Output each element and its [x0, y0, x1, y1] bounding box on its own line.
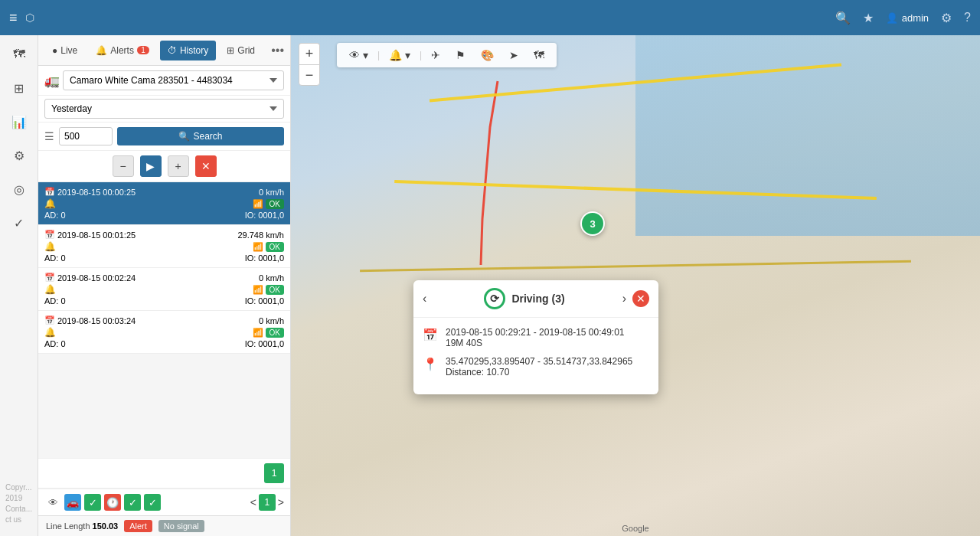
filter-eye-icon[interactable]: 👁: [44, 494, 61, 511]
toolbar-bell-button[interactable]: 🔔 ▾: [383, 46, 416, 64]
popup-time-range: 2019-08-15 00:29:21 - 2019-08-15 00:49:0…: [446, 327, 649, 338]
help-icon[interactable]: ?: [964, 11, 971, 25]
no-signal-badge: No signal: [158, 520, 204, 532]
zoom-in-button[interactable]: +: [299, 43, 320, 64]
tab-alerts[interactable]: 🔔 Alerts 1: [88, 41, 157, 60]
tab-history[interactable]: ⏱ History: [160, 41, 216, 60]
history-icon: ⏱: [168, 45, 177, 56]
signal-icon: 📶: [253, 242, 263, 252]
pagination-row: 1: [38, 458, 290, 489]
calendar-icon: 📅: [44, 187, 55, 197]
popup-title-text: Driving (3): [511, 293, 564, 305]
rewind-button[interactable]: −: [113, 155, 134, 177]
vehicle-select[interactable]: Camaro White Cama 283501 - 4483034: [63, 70, 284, 90]
filter-nav: < 1 >: [250, 494, 284, 511]
user-icon: 👤: [886, 12, 898, 24]
popup-nav: › ✕: [622, 290, 649, 307]
item-speed: 0 km/h: [259, 316, 284, 325]
list-item[interactable]: 📅 2019-08-15 00:01:25 29.748 km/h 🔔 📶 OK…: [38, 225, 290, 268]
popup-prev-button[interactable]: ‹: [423, 292, 426, 306]
sidebar-icon-target[interactable]: ◎: [6, 176, 32, 202]
toolbar-palette-button[interactable]: 🎨: [475, 46, 500, 64]
popup-header: ‹ ⟳ Driving (3) › ✕: [413, 280, 658, 318]
filter-car-icon[interactable]: 🚗: [64, 494, 81, 511]
item-speed: 0 km/h: [259, 188, 284, 197]
play-button[interactable]: ▶: [140, 155, 162, 177]
filter-page-number: 1: [259, 494, 276, 511]
list-icon[interactable]: ☰: [44, 130, 54, 142]
item-signal: 📶 OK: [253, 328, 284, 338]
item-io: IO: 0001,0: [245, 211, 284, 220]
settings-icon[interactable]: ⚙: [941, 11, 952, 25]
list-item[interactable]: 📅 2019-08-15 00:03:24 0 km/h 🔔 📶 OK AD: …: [38, 311, 290, 354]
sidebar-icon-map[interactable]: 🗺: [6, 41, 32, 67]
toolbar-eye-button[interactable]: 👁 ▾: [343, 46, 374, 64]
search-limit-input[interactable]: [59, 127, 113, 145]
search-icon: 🔍: [178, 131, 190, 142]
toolbar-arrow-button[interactable]: ➤: [503, 46, 524, 64]
popup-close-button[interactable]: ✕: [632, 290, 649, 307]
zoom-controls: + −: [299, 43, 320, 86]
tab-grid-label: Grid: [237, 45, 255, 56]
item-date: 📅 2019-08-15 00:01:25: [44, 230, 136, 240]
bell-icon: 🔔: [44, 198, 56, 209]
live-icon: ●: [52, 45, 57, 56]
grid-icon: ⊞: [227, 45, 234, 56]
item-ad: AD: 0: [44, 339, 66, 348]
toolbar-send-button[interactable]: ✈: [425, 46, 446, 64]
filter-row: 👁 🚗 ✓ 🕐 ✓ ✓ < 1 >: [38, 489, 290, 515]
copyright-text: Copyr... 2019 Conta... ct us: [0, 478, 38, 530]
list-item[interactable]: 📅 2019-08-15 00:02:24 0 km/h 🔔 📶 OK AD: …: [38, 268, 290, 311]
sep1: |: [377, 50, 380, 60]
item-date: 📅 2019-08-15 00:03:24: [44, 315, 136, 325]
sep2: |: [420, 50, 422, 60]
filter-check2-icon[interactable]: ✓: [124, 494, 141, 511]
sidebar-icon-settings[interactable]: ⚙: [6, 142, 32, 168]
item-date: 📅 2019-08-15 00:00:25: [44, 187, 136, 197]
popup-location-content: 35.470295,33.895407 - 35.514737,33.84296…: [446, 356, 649, 377]
item-signal: 📶 OK: [253, 285, 284, 295]
toolbar-flag-button[interactable]: ⚑: [449, 46, 472, 64]
tab-live[interactable]: ● Live: [44, 41, 85, 60]
popup-next-button[interactable]: ›: [622, 292, 626, 306]
filter-next-button[interactable]: >: [278, 496, 284, 508]
google-label: Google: [622, 524, 648, 533]
list-item[interactable]: 📅 2019-08-15 00:00:25 0 km/h 🔔 📶 OK AD: …: [38, 182, 290, 225]
forward-button[interactable]: +: [168, 155, 189, 177]
sidebar-icon-chart[interactable]: 📊: [6, 109, 32, 135]
stop-button[interactable]: ✕: [195, 155, 217, 177]
status-bar: Line Length 150.03 Alert No signal: [38, 515, 290, 536]
filter-prev-button[interactable]: <: [250, 496, 256, 508]
page-1-button[interactable]: 1: [264, 463, 284, 483]
popup-title: ⟳ Driving (3): [484, 288, 564, 309]
user-label: admin: [902, 12, 929, 24]
item-signal: 📶 OK: [253, 242, 284, 252]
date-selector: Yesterday Today Last 7 Days Custom: [38, 96, 290, 123]
subtabs: ● Live 🔔 Alerts 1 ⏱ History ⊞ Grid •••: [38, 35, 290, 66]
tab-grid[interactable]: ⊞ Grid: [219, 41, 263, 60]
filter-check3-icon[interactable]: ✓: [144, 494, 161, 511]
sidebar-icon-check[interactable]: ✓: [6, 210, 32, 236]
search-icon[interactable]: 🔍: [835, 11, 851, 25]
user-menu[interactable]: 👤 admin: [886, 12, 929, 24]
tab-live-label: Live: [60, 45, 77, 56]
filter-clock-icon[interactable]: 🕐: [104, 494, 121, 511]
menu-icon[interactable]: ≡: [9, 10, 18, 26]
filter-check1-icon[interactable]: ✓: [84, 494, 101, 511]
sidebar-icon-grid[interactable]: ⊞: [6, 75, 32, 101]
popup-coordinates: 35.470295,33.895407 - 35.514737,33.84296…: [446, 356, 649, 367]
zoom-out-button[interactable]: −: [299, 64, 320, 86]
calendar-icon: 📅: [44, 273, 55, 283]
truck-icon: 🚛: [44, 74, 60, 88]
popup-location-row: 📍 35.470295,33.895407 - 35.514737,33.842…: [423, 356, 649, 377]
map-area[interactable]: + − 👁 ▾ | 🔔 ▾ | ✈ ⚑ 🎨 ➤ 🗺 3 ‹ ⟳ Drivin: [291, 35, 980, 536]
more-icon[interactable]: •••: [271, 44, 284, 57]
search-button[interactable]: 🔍 Search: [117, 127, 284, 145]
signal-icon: 📶: [253, 285, 263, 295]
star-icon[interactable]: ★: [863, 11, 874, 25]
date-select[interactable]: Yesterday Today Last 7 Days Custom: [44, 99, 284, 119]
toolbar-map-button[interactable]: 🗺: [528, 46, 550, 64]
popup-distance: Distance: 10.70: [446, 367, 649, 377]
map-popup: ‹ ⟳ Driving (3) › ✕ 📅 2019-08-15 00:29:2…: [413, 280, 658, 394]
map-marker[interactable]: 3: [580, 211, 605, 236]
